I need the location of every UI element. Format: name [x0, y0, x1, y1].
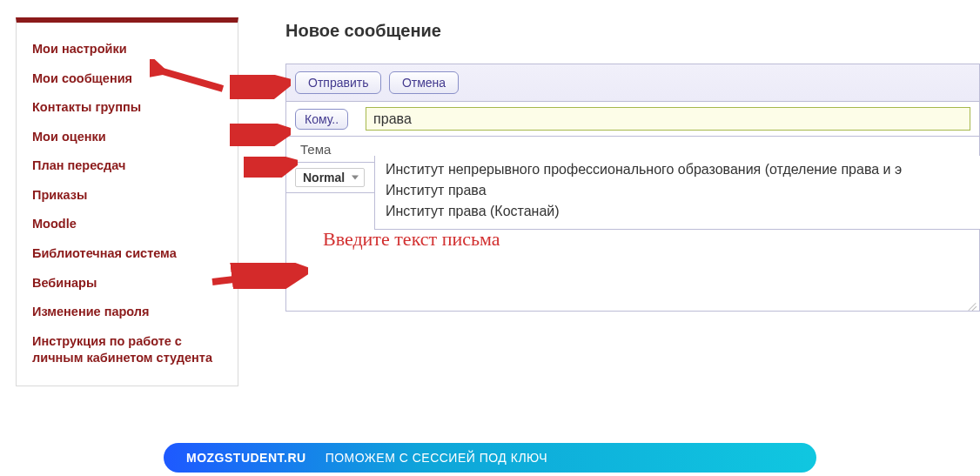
footer-brand: MOZGSTUDENT.RU — [186, 451, 306, 465]
arrow-icon — [230, 124, 291, 146]
send-button[interactable]: Отправить — [295, 71, 381, 94]
sidebar-item-settings[interactable]: Мои настройки — [17, 35, 238, 64]
suggestion-item[interactable]: Институт непрерывного профессионального … — [382, 159, 973, 180]
sidebar-item-password[interactable]: Изменение пароля — [17, 298, 238, 327]
editor-hint: Введите текст письма — [323, 228, 500, 251]
sidebar-item-library[interactable]: Библиотечная система — [17, 239, 238, 269]
sidebar-item-retakes[interactable]: План пересдач — [17, 151, 238, 181]
sidebar-item-contacts[interactable]: Контакты группы — [17, 93, 238, 123]
suggestion-item[interactable]: Институт права — [382, 180, 973, 201]
recipient-row: Кому.. — [285, 102, 980, 137]
sidebar-item-grades[interactable]: Мои оценки — [17, 123, 238, 152]
sidebar-item-messages[interactable]: Мои сообщения — [17, 64, 238, 94]
recipient-input[interactable] — [366, 107, 970, 131]
recipient-suggestions: Институт непрерывного профессионального … — [374, 156, 980, 230]
sidebar-item-moodle[interactable]: Moodle — [17, 210, 238, 239]
sidebar-item-orders[interactable]: Приказы — [17, 181, 238, 211]
to-button[interactable]: Кому.. — [295, 109, 348, 130]
cancel-button[interactable]: Отмена — [389, 71, 459, 94]
suggestion-item[interactable]: Институт права (Костанай) — [382, 201, 973, 222]
sidebar-item-help[interactable]: Инструкция по работе с личным кабинетом … — [17, 327, 238, 373]
sidebar-item-webinars[interactable]: Вебинары — [17, 269, 238, 298]
svg-line-1 — [235, 84, 284, 94]
page-title: Новое сообщение — [285, 21, 980, 41]
subject-label: Тема — [295, 142, 347, 157]
svg-line-3 — [249, 164, 291, 172]
footer-tagline: ПОМОЖЕМ С СЕССИЕЙ ПОД КЛЮЧ — [326, 451, 547, 465]
compose-toolbar: Отправить Отмена — [285, 64, 980, 102]
svg-line-2 — [235, 132, 284, 139]
arrow-icon — [230, 75, 291, 99]
sidebar: Мои настройки Мои сообщения Контакты гру… — [16, 17, 238, 386]
footer-banner[interactable]: MOZGSTUDENT.RU ПОМОЖЕМ С СЕССИЕЙ ПОД КЛЮ… — [164, 443, 816, 473]
resize-handle-icon[interactable] — [966, 298, 978, 310]
style-select[interactable]: Normal — [295, 168, 365, 187]
